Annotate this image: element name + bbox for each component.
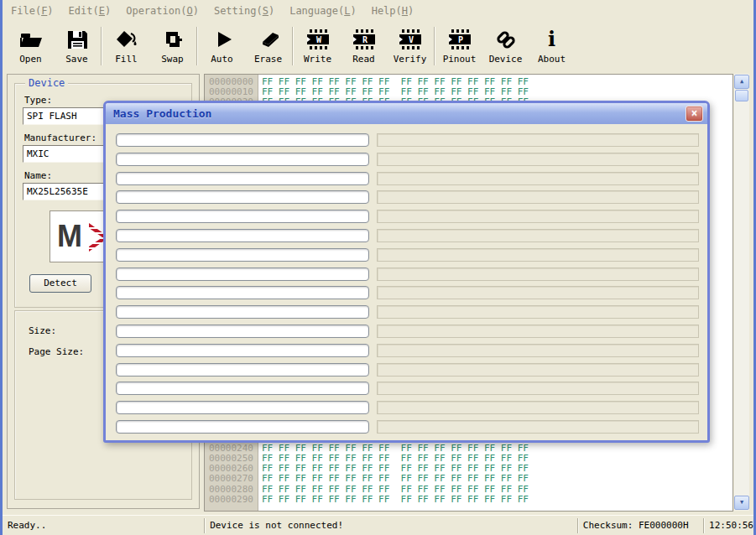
mass-production-status-strip (377, 268, 699, 281)
manufacturer-label: Manufacturer: (24, 132, 96, 143)
info-icon: i (548, 27, 555, 52)
mass-production-status-strip (377, 344, 699, 357)
mass-production-status-strip (377, 305, 699, 319)
mass-production-status-strip (377, 286, 699, 299)
svg-text:W: W (315, 35, 321, 44)
mass-production-row (116, 172, 699, 185)
menu-setting[interactable]: Setting(S) (212, 4, 276, 18)
toolbar-label: Verify (394, 54, 427, 65)
menu-help[interactable]: Help(H) (370, 4, 416, 18)
window-border-left (0, 0, 3, 535)
toolbar-label: Read (352, 54, 375, 65)
menu-language[interactable]: Language(L) (288, 4, 358, 18)
scrollbar-thumb[interactable] (735, 90, 748, 101)
mass-production-input[interactable] (116, 190, 369, 204)
dialog-title-bar[interactable]: Mass Production × (106, 103, 707, 124)
mass-production-row (116, 305, 699, 319)
toolbar-label: About (538, 54, 566, 65)
mass-production-status-strip (377, 210, 699, 223)
mass-production-input[interactable] (116, 210, 369, 223)
mass-production-row (116, 229, 699, 242)
mass-production-dialog: Mass Production × (103, 101, 710, 443)
svg-text:P: P (457, 35, 462, 44)
mass-production-input[interactable] (116, 133, 369, 147)
swap-icon (161, 27, 185, 52)
toolbar-label: Write (304, 54, 331, 65)
verify-button[interactable]: V Verify (387, 24, 433, 70)
toolbar-label: Fill (115, 54, 138, 65)
save-floppy-icon (65, 27, 89, 52)
mass-production-status-strip (377, 248, 699, 262)
status-ready: Ready.. (3, 518, 204, 533)
mass-production-input[interactable] (116, 286, 369, 299)
mass-production-status-strip (377, 153, 699, 166)
mass-production-row (116, 268, 699, 281)
mass-production-input[interactable] (116, 420, 369, 434)
close-icon[interactable]: × (686, 106, 703, 122)
hex-scrollbar[interactable]: ▲ ▼ (734, 74, 749, 511)
erase-eraser-icon (256, 27, 281, 52)
mass-production-input[interactable] (116, 153, 369, 166)
chip-read-icon: R (350, 27, 378, 52)
mass-production-status-strip (377, 401, 699, 414)
device-button[interactable]: Device (482, 24, 529, 70)
mass-production-input[interactable] (116, 401, 369, 414)
menu-edit[interactable]: Edit(E) (67, 4, 113, 18)
auto-play-icon (211, 27, 233, 52)
mass-production-row (116, 344, 699, 357)
status-device-message: Device is not connected! (204, 518, 577, 533)
hex-bytes: FF FF FF FF FF FF FF FF FF FF FF FF FF F… (262, 484, 529, 495)
mass-production-row (116, 382, 699, 395)
mass-production-row (116, 325, 699, 338)
type-label: Type: (24, 95, 52, 106)
chip-verify-icon: V (396, 27, 425, 52)
hex-row: 00000270FF FF FF FF FF FF FF FF FF FF FF… (205, 474, 733, 484)
toolbar-separator (434, 27, 435, 65)
mass-production-input[interactable] (116, 344, 369, 357)
hex-address: 00000270 (205, 474, 253, 484)
mass-production-input[interactable] (116, 172, 369, 185)
svg-text:V: V (408, 35, 413, 44)
mass-production-input[interactable] (116, 268, 369, 281)
mass-production-input[interactable] (116, 325, 369, 338)
hex-row: 00000280FF FF FF FF FF FF FF FF FF FF FF… (205, 485, 733, 495)
status-checksum: Checksum: FE000000H (577, 518, 703, 533)
toolbar-label: Swap (161, 54, 184, 65)
mass-production-input[interactable] (116, 382, 369, 395)
mass-production-input[interactable] (116, 229, 369, 242)
write-button[interactable]: W Write (295, 24, 341, 70)
mass-production-row (116, 190, 699, 204)
page-size-label: Page Size: (29, 346, 84, 357)
fill-button[interactable]: Fill (103, 24, 149, 70)
mass-production-input[interactable] (116, 248, 369, 262)
name-label: Name: (24, 170, 52, 181)
erase-button[interactable]: Erase (245, 24, 291, 70)
pinout-button[interactable]: P Pinout (436, 24, 482, 70)
open-button[interactable]: Open (8, 24, 54, 70)
scroll-up-icon[interactable]: ▲ (734, 75, 749, 89)
save-button[interactable]: Save (54, 24, 100, 70)
open-folder-icon (18, 27, 44, 52)
device-group-title: Device (25, 77, 68, 89)
toolbar-separator (292, 27, 294, 65)
mass-production-input[interactable] (116, 305, 369, 319)
scroll-down-icon[interactable]: ▼ (734, 496, 749, 510)
hex-bytes: FF FF FF FF FF FF FF FF FF FF FF FF FF F… (262, 86, 529, 97)
menu-file[interactable]: File(F) (9, 4, 55, 18)
programmer-app-window: File(F) Edit(E) Operation(O) Setting(S) … (0, 0, 756, 535)
menu-operation[interactable]: Operation(O) (124, 4, 201, 18)
size-label: Size: (29, 325, 56, 336)
detect-button[interactable]: Detect (29, 274, 91, 293)
mass-production-input[interactable] (116, 363, 369, 377)
toolbar-label: Open (19, 54, 42, 65)
read-button[interactable]: R Read (341, 24, 387, 70)
mass-production-status-strip (377, 325, 699, 338)
toolbar-label: Auto (211, 54, 233, 65)
toolbar-label: Erase (254, 54, 282, 65)
toolbar-label: Pinout (443, 54, 477, 65)
dialog-title: Mass Production (113, 107, 211, 120)
auto-button[interactable]: Auto (199, 24, 245, 70)
about-button[interactable]: i About (529, 24, 575, 70)
mxic-logo-letter: M (57, 221, 81, 252)
swap-button[interactable]: Swap (149, 24, 196, 70)
